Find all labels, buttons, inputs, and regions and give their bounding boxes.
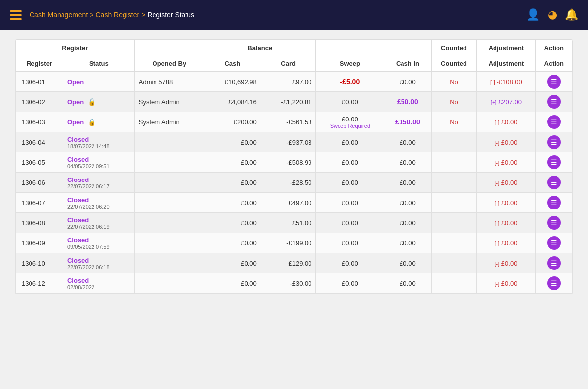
action-cell: ☰ xyxy=(535,152,572,173)
register-status: Closed22/07/2022 06:18 xyxy=(63,253,134,273)
bell-icon[interactable]: 🔔 xyxy=(565,8,578,21)
register-status: Open 🔒 xyxy=(63,92,134,112)
sweep-value: £0.00 xyxy=(316,132,384,152)
register-status-table: Register Balance Counted Adjustment Acti… xyxy=(15,40,573,294)
status-date: 22/07/2022 06:18 xyxy=(67,264,130,270)
table-row: 1306-07Closed22/07/2022 06:20£0.00£497.0… xyxy=(16,193,573,213)
action-cell: ☰ xyxy=(535,92,572,112)
action-cell: ☰ xyxy=(535,132,572,152)
card-value: -£937.03 xyxy=(261,132,316,152)
counted-value: No xyxy=(431,112,477,132)
status-date: 02/08/2022 xyxy=(67,284,130,290)
cash-in-value: £0.00 xyxy=(384,173,431,193)
opened-by xyxy=(134,273,204,294)
table-row: 1306-10Closed22/07/2022 06:18£0.00£129.0… xyxy=(16,253,573,273)
action-cell: ☰ xyxy=(535,233,572,253)
cash-value: £0.00 xyxy=(204,233,261,253)
card-value: -£1,220.81 xyxy=(261,92,316,112)
breadcrumb-cash-register[interactable]: Cash Register xyxy=(95,11,139,19)
sweep-value: £0.00 xyxy=(316,253,384,273)
action-button[interactable]: ☰ xyxy=(547,135,561,149)
breadcrumb-register-status: Register Status xyxy=(147,11,194,19)
register-id: 1306-06 xyxy=(16,173,63,193)
counted-value xyxy=(431,253,477,273)
cash-value: £0.00 xyxy=(204,132,261,152)
group-header-counted: Counted xyxy=(431,40,477,56)
register-id: 1306-10 xyxy=(16,253,63,273)
card-value: £51.00 xyxy=(261,213,316,233)
cash-value: £0.00 xyxy=(204,173,261,193)
adjustment-value: [-] £0.00 xyxy=(477,193,535,213)
opened-by xyxy=(134,152,204,173)
card-value: £497.00 xyxy=(261,193,316,213)
hamburger-menu[interactable] xyxy=(10,10,22,20)
adjustment-value: [-] £0.00 xyxy=(477,253,535,273)
table-row: 1306-03Open 🔒System Admin£200.00-£561.53… xyxy=(16,112,573,132)
col-status: Status xyxy=(63,56,134,72)
card-value: -£199.00 xyxy=(261,233,316,253)
action-button[interactable]: ☰ xyxy=(547,75,561,89)
col-action: Action xyxy=(535,56,572,72)
col-register: Register xyxy=(16,56,63,72)
group-header-balance: Balance xyxy=(204,40,316,56)
counted-value: No xyxy=(431,72,477,92)
sweep-value: £0.00 xyxy=(316,213,384,233)
register-id: 1306-03 xyxy=(16,112,63,132)
action-cell: ☰ xyxy=(535,112,572,132)
register-id: 1306-08 xyxy=(16,213,63,233)
action-button[interactable]: ☰ xyxy=(547,176,561,189)
register-id: 1306-01 xyxy=(16,72,63,92)
opened-by xyxy=(134,132,204,152)
card-value: £97.00 xyxy=(261,72,316,92)
chart-icon[interactable]: ◕ xyxy=(548,8,557,21)
cash-in-value: £0.00 xyxy=(384,253,431,273)
adjustment-value: [+] £207.00 xyxy=(477,92,535,112)
register-status: Closed04/05/2022 09:51 xyxy=(63,152,134,173)
sweep-value: £0.00 xyxy=(316,92,384,112)
card-value: -£561.53 xyxy=(261,112,316,132)
table-row: 1306-12Closed02/08/2022£0.00-£30.00£0.00… xyxy=(16,273,573,294)
counted-value xyxy=(431,273,477,294)
cash-in-value: £0.00 xyxy=(384,273,431,294)
adjustment-value: [-] £0.00 xyxy=(477,273,535,294)
action-button[interactable]: ☰ xyxy=(547,256,561,270)
counted-value xyxy=(431,213,477,233)
sweep-value: £0.00 xyxy=(316,273,384,294)
adjustment-value: [-] £0.00 xyxy=(477,213,535,233)
opened-by xyxy=(134,233,204,253)
status-date: 22/07/2022 06:17 xyxy=(67,183,130,189)
table-row: 1306-05Closed04/05/2022 09:51£0.00-£508.… xyxy=(16,152,573,173)
action-button[interactable]: ☰ xyxy=(547,95,561,109)
action-button[interactable]: ☰ xyxy=(547,216,561,230)
breadcrumb-cash-management[interactable]: Cash Management xyxy=(30,11,88,19)
register-id: 1306-07 xyxy=(16,193,63,213)
action-button[interactable]: ☰ xyxy=(547,196,561,209)
register-status: Closed18/07/2022 14:48 xyxy=(63,132,134,152)
action-button[interactable]: ☰ xyxy=(547,236,561,250)
action-button[interactable]: ☰ xyxy=(547,276,561,290)
cash-value: £10,692.98 xyxy=(204,72,261,92)
action-cell: ☰ xyxy=(535,273,572,294)
top-navigation: Cash Management > Cash Register > Regist… xyxy=(0,0,588,30)
counted-value xyxy=(431,193,477,213)
counted-value xyxy=(431,152,477,173)
user-icon[interactable]: 👤 xyxy=(526,8,540,21)
group-header-register: Register xyxy=(16,40,135,56)
status-date: 22/07/2022 06:19 xyxy=(67,224,130,230)
sweep-value: £0.00 xyxy=(316,193,384,213)
nav-right: 👤 ◕ 🔔 xyxy=(526,8,578,21)
sweep-value: £0.00 xyxy=(316,152,384,173)
register-id: 1306-09 xyxy=(16,233,63,253)
cash-value: £4,084.16 xyxy=(204,92,261,112)
opened-by: System Admin xyxy=(134,92,204,112)
breadcrumb: Cash Management > Cash Register > Regist… xyxy=(30,11,194,19)
cash-in-value: £0.00 xyxy=(384,193,431,213)
col-cash: Cash xyxy=(204,56,261,72)
breadcrumb-sep-2: > xyxy=(141,11,145,19)
action-button[interactable]: ☰ xyxy=(547,115,561,129)
breadcrumb-sep-1: > xyxy=(90,11,93,19)
card-value: -£30.00 xyxy=(261,273,316,294)
action-button[interactable]: ☰ xyxy=(547,155,561,169)
register-status: Open 🔒 xyxy=(63,112,134,132)
opened-by xyxy=(134,253,204,273)
